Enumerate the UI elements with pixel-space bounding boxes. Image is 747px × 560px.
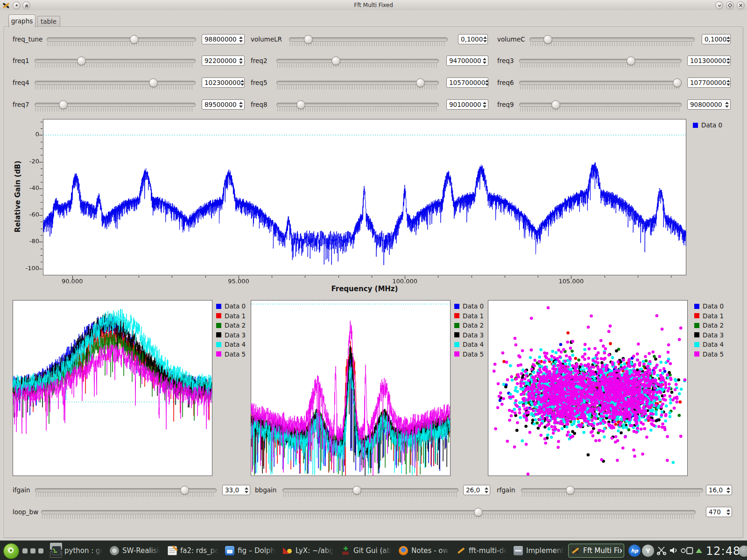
ifgain-value[interactable]: 33,0 xyxy=(223,486,243,494)
volumeC-spin-down-icon[interactable] xyxy=(726,40,730,42)
taskbar-task[interactable]: fig – Dolphin xyxy=(223,544,277,558)
freq1-value[interactable]: 92200000 xyxy=(202,57,238,64)
freq4-spin-up-icon[interactable] xyxy=(240,80,244,82)
freq2-spinbox[interactable]: 94700000 xyxy=(446,56,488,66)
volumeC-spin-up-icon[interactable] xyxy=(726,36,730,39)
freq3-slider-track[interactable] xyxy=(519,59,682,63)
freq9-spin-arrows[interactable] xyxy=(724,102,730,108)
freq6-value[interactable]: 107700000 xyxy=(688,79,726,86)
ifgain-spin-down-icon[interactable] xyxy=(245,491,248,493)
loop_bw-spin-arrows[interactable] xyxy=(725,509,732,515)
bbgain-slider-thumb[interactable] xyxy=(352,486,361,495)
klipper-scissors-icon[interactable] xyxy=(656,546,667,558)
freq1-spin-up-icon[interactable] xyxy=(239,58,243,60)
freq6-spin-up-icon[interactable] xyxy=(726,80,730,82)
rfgain-slider-thumb[interactable] xyxy=(566,486,575,495)
rfgain-spin-down-icon[interactable] xyxy=(726,491,730,493)
freq8-spinbox[interactable]: 90100000 xyxy=(446,99,488,110)
hp-tray-icon[interactable]: hp xyxy=(628,545,641,557)
freq4-slider-track[interactable] xyxy=(35,81,196,85)
volumeC-spinbox[interactable]: 0,1000 xyxy=(702,34,731,44)
taskbar-task[interactable]: Implementieru xyxy=(512,544,566,558)
taskbar-task[interactable]: SW-Realisierun xyxy=(108,544,162,558)
loop_bw-value[interactable]: 470 xyxy=(706,508,725,516)
freq9-slider-track[interactable] xyxy=(519,103,682,107)
freq9-value[interactable]: 90800000 xyxy=(688,101,724,108)
ifgain-slider-thumb[interactable] xyxy=(180,486,189,495)
loop_bw-spinbox[interactable]: 470 xyxy=(706,507,732,517)
freq7-spinbox[interactable]: 89500000 xyxy=(202,99,245,110)
freq3-value[interactable]: 101300000 xyxy=(688,57,726,64)
rfgain-slider-track[interactable] xyxy=(521,488,703,492)
bbgain-spin-arrows[interactable] xyxy=(483,487,490,493)
rfgain-spinbox[interactable]: 16,0 xyxy=(706,485,732,495)
freq6-spin-arrows[interactable] xyxy=(726,80,730,86)
bbgain-spin-down-icon[interactable] xyxy=(485,491,488,493)
freq2-slider-track[interactable] xyxy=(276,59,439,63)
freq6-slider-thumb[interactable] xyxy=(673,78,682,87)
bbgain-slider-track[interactable] xyxy=(282,488,458,492)
loop_bw-slider-track[interactable] xyxy=(41,510,696,514)
volumeLR-value[interactable]: 0,1000 xyxy=(458,35,483,43)
loop_bw-spin-down-icon[interactable] xyxy=(726,513,730,515)
volumeC-spin-arrows[interactable] xyxy=(726,36,730,42)
freq7-value[interactable]: 89500000 xyxy=(202,101,238,108)
freq5-spin-up-icon[interactable] xyxy=(485,80,489,82)
freq1-spinbox[interactable]: 92200000 xyxy=(202,56,245,66)
freq7-spin-up-icon[interactable] xyxy=(239,102,243,104)
freq9-spin-down-icon[interactable] xyxy=(725,105,729,108)
freq5-spin-arrows[interactable] xyxy=(485,80,489,86)
freq4-value[interactable]: 102300000 xyxy=(202,79,240,86)
freq_tune-slider-thumb[interactable] xyxy=(130,35,139,44)
taskbar-task[interactable]: LyX: ~/abgabe xyxy=(281,544,335,558)
freq_tune-spin-down-icon[interactable] xyxy=(239,40,243,42)
volumeLR-spin-up-icon[interactable] xyxy=(483,36,487,39)
tray-overflow-icon[interactable] xyxy=(739,546,747,557)
freq2-spin-down-icon[interactable] xyxy=(483,62,486,64)
volumeLR-spin-down-icon[interactable] xyxy=(483,40,487,42)
minimize-button[interactable] xyxy=(715,1,723,9)
loop_bw-slider-thumb[interactable] xyxy=(474,508,483,517)
freq9-spin-up-icon[interactable] xyxy=(725,102,729,104)
freq1-spin-arrows[interactable] xyxy=(238,58,244,64)
freq1-slider-thumb[interactable] xyxy=(77,56,86,65)
freq2-spin-up-icon[interactable] xyxy=(483,58,486,60)
volumeLR-slider-thumb[interactable] xyxy=(304,35,313,44)
freq8-slider-thumb[interactable] xyxy=(296,100,305,109)
freq5-slider-track[interactable] xyxy=(276,81,439,85)
freq2-value[interactable]: 94700000 xyxy=(447,57,481,64)
volume-icon[interactable] xyxy=(669,546,679,558)
close-button[interactable] xyxy=(737,1,745,9)
freq_tune-spin-arrows[interactable] xyxy=(238,36,244,42)
freq2-slider-thumb[interactable] xyxy=(331,56,340,65)
freq5-value[interactable]: 105700000 xyxy=(447,79,485,86)
taskbar-task[interactable]: fft-multi-deco xyxy=(454,544,508,558)
opensuse-launcher-button[interactable] xyxy=(3,543,19,559)
freq8-spin-up-icon[interactable] xyxy=(483,102,486,104)
ifgain-spinbox[interactable]: 33,0 xyxy=(222,485,250,495)
volumeLR-spin-arrows[interactable] xyxy=(483,36,487,42)
taskbar-task-active[interactable]: Fft Multi Fixed xyxy=(568,544,624,558)
ifgain-spin-up-icon[interactable] xyxy=(245,487,248,490)
freq1-slider-track[interactable] xyxy=(35,59,196,63)
freq3-spin-down-icon[interactable] xyxy=(726,62,730,64)
freq8-spin-arrows[interactable] xyxy=(481,102,488,108)
loop_bw-spin-up-icon[interactable] xyxy=(726,509,730,511)
freq7-slider-thumb[interactable] xyxy=(59,100,68,109)
rfgain-spin-up-icon[interactable] xyxy=(726,487,730,490)
freq8-value[interactable]: 90100000 xyxy=(447,101,481,108)
freq4-slider-thumb[interactable] xyxy=(149,78,158,87)
rfgain-value[interactable]: 16,0 xyxy=(706,486,725,494)
rollup-button[interactable] xyxy=(22,1,30,9)
freq5-spin-down-icon[interactable] xyxy=(485,84,489,86)
freq4-spinbox[interactable]: 102300000 xyxy=(202,77,245,88)
freq_tune-spinbox[interactable]: 98800000 xyxy=(202,34,245,44)
freq7-spin-arrows[interactable] xyxy=(238,102,244,108)
freq5-spinbox[interactable]: 105700000 xyxy=(446,77,488,88)
taskbar-task[interactable]: python : gnur xyxy=(50,544,104,558)
pin-button[interactable] xyxy=(13,1,21,9)
ifgain-spin-arrows[interactable] xyxy=(243,487,250,493)
freq_tune-slider-track[interactable] xyxy=(47,37,196,42)
freq3-slider-thumb[interactable] xyxy=(627,56,635,65)
freq6-slider-track[interactable] xyxy=(519,81,682,85)
